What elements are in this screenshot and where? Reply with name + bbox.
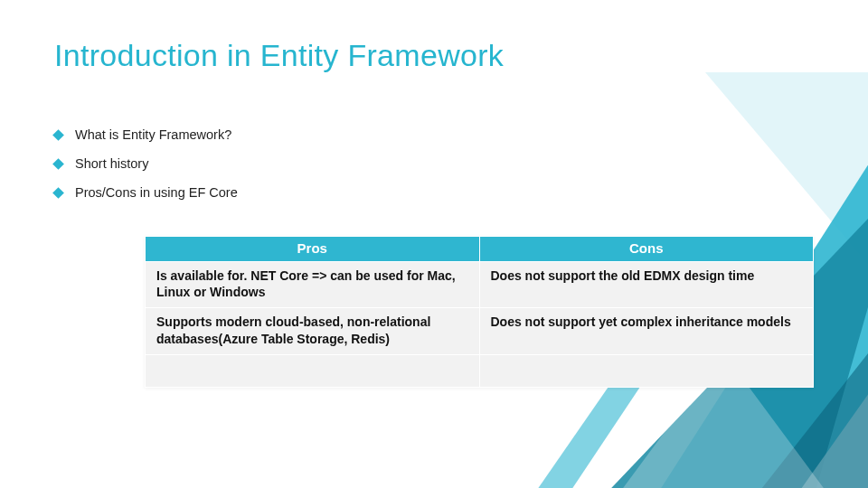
table-cell-empty xyxy=(479,354,814,387)
table-header-cons: Cons xyxy=(479,237,814,262)
bullet-text: What is Entity Framework? xyxy=(75,127,231,142)
bullet-text: Pros/Cons in using EF Core xyxy=(75,185,238,200)
bullet-list: What is Entity Framework? Short history … xyxy=(54,127,814,200)
table-row: Supports modern cloud-based, non-relatio… xyxy=(146,308,814,354)
table-cell-pros: Supports modern cloud-based, non-relatio… xyxy=(146,308,480,354)
table-cell-pros: Is available for. NET Core => can be use… xyxy=(146,262,480,308)
table-cell-empty xyxy=(146,354,480,387)
pros-cons-table: Pros Cons Is available for. NET Core => … xyxy=(145,236,814,388)
table-row-empty xyxy=(146,354,814,387)
page-title: Introduction in Entity Framework xyxy=(54,38,814,73)
list-item: Pros/Cons in using EF Core xyxy=(54,185,814,200)
table-cell-cons: Does not support the old EDMX design tim… xyxy=(479,262,814,308)
list-item: Short history xyxy=(54,156,814,171)
diamond-icon xyxy=(52,129,64,141)
bullet-text: Short history xyxy=(75,156,148,171)
list-item: What is Entity Framework? xyxy=(54,127,814,142)
table-cell-cons: Does not support yet complex inheritance… xyxy=(479,308,814,354)
table-header-pros: Pros xyxy=(146,237,480,262)
pros-cons-table-container: Pros Cons Is available for. NET Core => … xyxy=(145,236,814,388)
table-row: Is available for. NET Core => can be use… xyxy=(146,262,814,308)
slide-content: Introduction in Entity Framework What is… xyxy=(0,0,868,488)
diamond-icon xyxy=(52,187,64,199)
diamond-icon xyxy=(52,158,64,170)
